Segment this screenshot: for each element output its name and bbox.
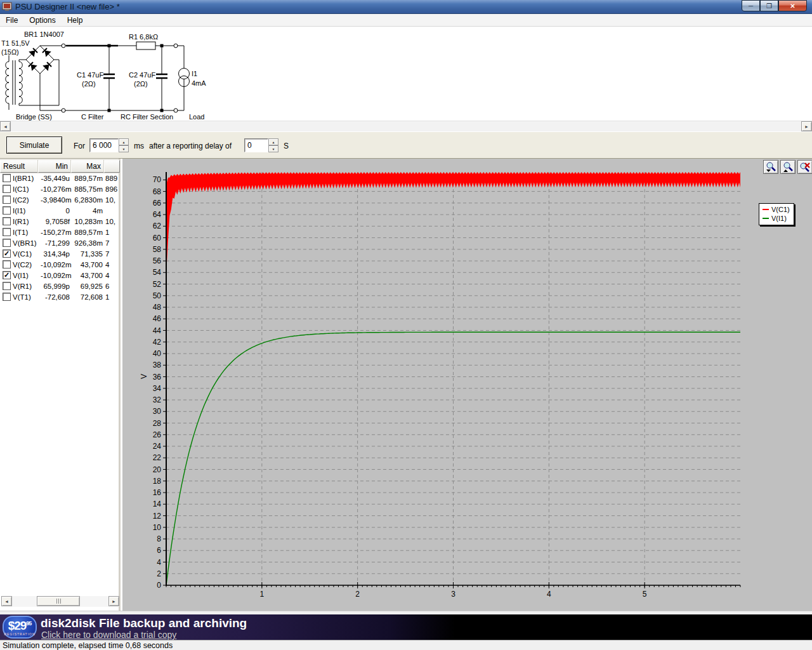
- table-row: I(R1)9,7058f10,283m10,: [0, 216, 121, 227]
- result-extra: 6: [105, 282, 121, 290]
- result-min: 0: [41, 207, 70, 215]
- minimize-button[interactable]: ─: [742, 0, 760, 11]
- result-max: 889,57m: [70, 175, 103, 182]
- plot-checkbox[interactable]: [3, 293, 11, 301]
- plot-checkbox[interactable]: [3, 282, 11, 290]
- plot-checkbox[interactable]: [3, 206, 11, 215]
- section-load: Load: [189, 113, 204, 121]
- y-tick-label: 14: [153, 500, 162, 508]
- plot-checkbox[interactable]: [3, 239, 11, 247]
- zoom-reset-button[interactable]: [797, 160, 812, 174]
- close-button[interactable]: ✕: [778, 0, 807, 11]
- table-row: I(I1)04m: [0, 205, 121, 216]
- result-min: 9,7058f: [41, 218, 70, 225]
- menu-file[interactable]: File: [0, 15, 23, 26]
- y-tick-label: 26: [153, 430, 162, 439]
- y-tick-label: 44: [153, 326, 162, 335]
- legend-color-dash: [763, 218, 769, 219]
- result-extra: 7: [105, 239, 121, 247]
- result-max: 69,925: [70, 282, 103, 290]
- duration-down-arrow[interactable]: ▼: [119, 145, 129, 152]
- plot-checkbox[interactable]: [3, 196, 11, 204]
- zoom-in-button[interactable]: [780, 160, 796, 174]
- table-row: ✓V(C1)314,34p71,3357: [0, 248, 121, 259]
- result-min: -10,092m: [41, 272, 70, 279]
- plot-checkbox[interactable]: [3, 228, 11, 236]
- y-tick-label: 40: [153, 349, 162, 358]
- i1-label: I1: [192, 70, 197, 77]
- status-text: Simulation complete, elapsed time 0,68 s…: [3, 641, 173, 650]
- t1-label: T1 51,5V: [1, 39, 30, 47]
- br1-label: BR1 1N4007: [24, 30, 64, 38]
- y-tick-label: 10: [153, 523, 162, 532]
- y-tick-label: 50: [153, 291, 162, 300]
- result-max: 71,335: [70, 250, 103, 258]
- result-max: 4m: [70, 207, 103, 215]
- registration-label: REGISTRATION: [4, 632, 36, 636]
- table-scrollbar: ◄ ►: [1, 596, 119, 607]
- duration-stepper: ▲ ▼: [119, 138, 129, 152]
- y-axis-label: V: [140, 374, 148, 379]
- y-tick-label: 68: [153, 187, 162, 196]
- menu-options[interactable]: Options: [23, 15, 61, 26]
- table-scroll-left[interactable]: ◄: [1, 596, 12, 606]
- header-result[interactable]: Result: [0, 160, 38, 173]
- plot-checkbox[interactable]: ✓: [3, 249, 11, 258]
- result-name: V(C1): [13, 250, 41, 258]
- y-tick-label: 16: [153, 488, 162, 497]
- result-extra: 1: [105, 293, 121, 301]
- plot-checkbox[interactable]: [3, 260, 11, 269]
- y-tick-label: 12: [153, 512, 162, 521]
- ad-banner[interactable]: $2995 REGISTRATION disk2disk File backup…: [0, 614, 812, 640]
- scroll-left-arrow[interactable]: ◄: [0, 121, 11, 131]
- status-bar: Simulation complete, elapsed time 0,68 s…: [0, 640, 812, 650]
- plot-checkbox[interactable]: ✓: [3, 271, 11, 279]
- circuit-schematic: BR1 1N4007 T1 51,5V (15Ω) R1 6,8kΩ C1 47…: [0, 27, 219, 121]
- plot-checkbox[interactable]: [3, 185, 11, 193]
- scroll-right-arrow[interactable]: ►: [801, 121, 812, 131]
- menu-help[interactable]: Help: [62, 15, 89, 26]
- simulate-button[interactable]: Simulate: [6, 136, 62, 154]
- result-extra: 10,: [105, 196, 121, 204]
- header-min[interactable]: Min: [38, 160, 71, 173]
- result-name: V(C2): [13, 261, 41, 269]
- header-max[interactable]: Max: [71, 160, 104, 173]
- y-tick-label: 36: [153, 373, 162, 381]
- restore-button[interactable]: ❐: [760, 0, 778, 11]
- y-tick-label: 70: [153, 175, 162, 184]
- delay-down-arrow[interactable]: ▼: [268, 145, 278, 152]
- y-tick-label: 18: [153, 477, 162, 486]
- result-min: 314,34p: [41, 250, 70, 258]
- duration-up-arrow[interactable]: ▲: [119, 138, 129, 145]
- legend-item: V(I1): [763, 214, 790, 223]
- plot-checkbox[interactable]: [3, 217, 11, 225]
- i1-value: 4mA: [192, 79, 206, 87]
- y-tick-label: 32: [153, 395, 162, 404]
- ad-download-link[interactable]: Click here to download a trial copy: [41, 630, 176, 640]
- y-tick-label: 20: [153, 465, 162, 474]
- header-extra[interactable]: [104, 160, 120, 173]
- result-min: -71,299: [41, 239, 70, 247]
- delay-input[interactable]: 0: [244, 138, 268, 152]
- x-tick-label: 2: [355, 590, 360, 599]
- table-scroll-right[interactable]: ►: [108, 596, 119, 606]
- result-name: I(R1): [13, 218, 41, 225]
- c2-esr: (2Ω): [134, 80, 148, 88]
- c2-label: C2 47uF: [129, 71, 155, 79]
- price-badge[interactable]: $2995 REGISTRATION: [3, 616, 37, 639]
- result-name: V(T1): [13, 293, 41, 301]
- delay-up-arrow[interactable]: ▲: [268, 138, 278, 145]
- duration-input[interactable]: 6 000: [89, 138, 119, 152]
- table-row: I(T1)-150,27m889,57m1: [0, 227, 121, 237]
- schematic-scrollbar: ◄ ►: [0, 121, 812, 131]
- table-scroll-thumb[interactable]: [37, 596, 80, 606]
- result-max: 6,2830m: [70, 196, 103, 204]
- result-max: 10,283m: [70, 218, 103, 225]
- plot-checkbox[interactable]: [3, 174, 11, 182]
- y-tick-label: 38: [153, 361, 162, 369]
- result-min: -10,276m: [41, 185, 70, 193]
- y-tick-label: 52: [153, 280, 162, 289]
- results-panel: Result Min Max I(BR1)-35,449u889,57m889I…: [0, 159, 121, 611]
- zoom-out-button[interactable]: [763, 160, 778, 174]
- result-max: 926,38m: [70, 239, 103, 247]
